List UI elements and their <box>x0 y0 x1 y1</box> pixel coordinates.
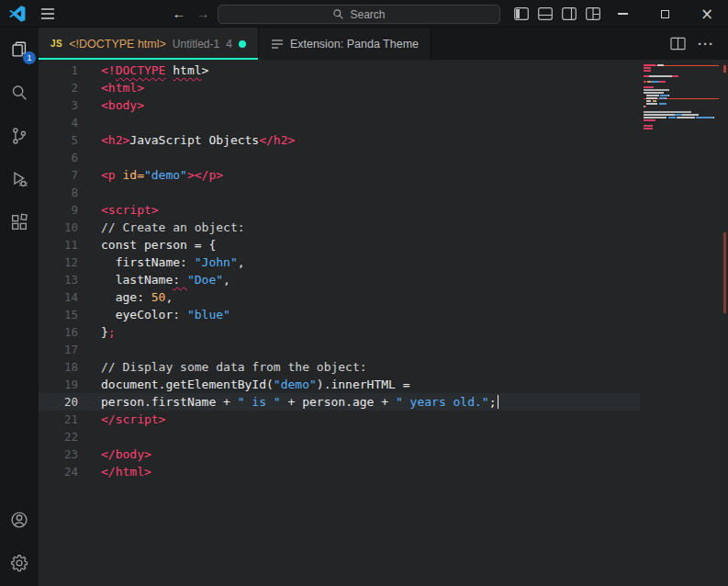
run-debug-icon[interactable] <box>0 157 39 200</box>
line-number[interactable]: 12 <box>39 254 92 271</box>
code-text[interactable]: <script> <box>92 201 159 219</box>
minimize-button[interactable] <box>601 0 644 28</box>
code-text[interactable]: </body> <box>92 445 151 463</box>
forward-button[interactable]: → <box>193 4 213 24</box>
code-text[interactable] <box>92 341 101 358</box>
line-number[interactable]: 1 <box>39 62 92 79</box>
code-line-4[interactable]: 4 <box>39 114 640 131</box>
code-line-21[interactable]: 21</script> <box>39 411 640 428</box>
code-line-12[interactable]: 12 firstName: "John", <box>39 254 640 271</box>
accounts-icon[interactable] <box>0 498 39 541</box>
maximize-button[interactable] <box>644 0 686 28</box>
code-line-18[interactable]: 18// Display some data from the object: <box>39 358 640 376</box>
code-line-14[interactable]: 14 age: 50, <box>39 288 640 306</box>
code-text[interactable]: <html> <box>92 79 144 96</box>
code-line-19[interactable]: 19document.getElementById("demo").innerH… <box>39 376 640 393</box>
line-number[interactable]: 11 <box>39 236 92 254</box>
code-text[interactable]: }; <box>92 323 116 341</box>
code-line-1[interactable]: 1<!DOCTYPE html> <box>39 62 640 79</box>
code-text[interactable]: const person = { <box>92 236 216 254</box>
tab-extension-panda-theme[interactable]: Extension: Panda Theme <box>259 28 431 60</box>
code-text[interactable]: eyeColor: "blue" <box>92 306 230 323</box>
toggle-sidebar-icon[interactable] <box>514 7 529 20</box>
code-line-22[interactable]: 22 <box>39 428 640 445</box>
line-number[interactable]: 10 <box>39 219 92 236</box>
minimap-line <box>644 81 719 83</box>
line-number[interactable]: 22 <box>39 428 92 445</box>
code-area[interactable]: 1<!DOCTYPE html>2<html>3<body>45<h2>Java… <box>39 62 640 480</box>
line-number[interactable]: 15 <box>39 306 92 323</box>
code-text[interactable]: <!DOCTYPE html> <box>92 62 208 79</box>
back-button[interactable]: ← <box>169 4 189 24</box>
code-text[interactable]: person.firstName + " is " + person.age +… <box>92 393 498 411</box>
close-button[interactable]: × <box>686 0 728 28</box>
line-number[interactable]: 9 <box>39 201 92 219</box>
code-line-2[interactable]: 2<html> <box>39 79 640 96</box>
code-text[interactable]: // Create an object: <box>92 219 245 236</box>
line-number[interactable]: 4 <box>39 114 92 131</box>
line-number[interactable]: 3 <box>39 96 92 114</box>
line-number[interactable]: 23 <box>39 445 92 463</box>
code-text[interactable]: // Display some data from the object: <box>92 358 367 376</box>
unsaved-changes-dot[interactable] <box>239 40 246 48</box>
code-line-7[interactable]: 7<p id="demo"></p> <box>39 166 640 184</box>
line-number[interactable]: 16 <box>39 323 92 341</box>
toggle-secondary-sidebar-icon[interactable] <box>562 7 577 20</box>
code-line-3[interactable]: 3<body> <box>39 96 640 114</box>
more-actions-icon[interactable]: ··· <box>698 37 714 51</box>
code-text[interactable] <box>92 184 101 201</box>
code-line-20[interactable]: 20person.firstName + " is " + person.age… <box>39 393 640 411</box>
code-line-6[interactable]: 6 <box>39 149 640 166</box>
line-number[interactable]: 14 <box>39 288 92 306</box>
code-text[interactable]: lastName: "Doe", <box>92 271 230 288</box>
code-token: </script> <box>101 412 165 426</box>
code-line-17[interactable]: 17 <box>39 341 640 358</box>
line-number[interactable]: 19 <box>39 376 92 393</box>
code-line-9[interactable]: 9<script> <box>39 201 640 219</box>
split-editor-icon[interactable] <box>670 37 686 51</box>
menu-icon[interactable] <box>40 7 55 20</box>
search-box[interactable]: Search <box>218 5 500 24</box>
line-number[interactable]: 7 <box>39 166 92 184</box>
settings-gear-icon[interactable] <box>0 541 39 584</box>
code-text[interactable]: <body> <box>92 96 144 114</box>
code-text[interactable]: </html> <box>92 463 151 480</box>
line-number[interactable]: 24 <box>39 463 92 480</box>
code-line-24[interactable]: 24</html> <box>39 463 640 480</box>
code-line-13[interactable]: 13 lastName: "Doe", <box>39 271 640 288</box>
line-number[interactable]: 17 <box>39 341 92 358</box>
code-line-5[interactable]: 5<h2>JavaScript Objects</h2> <box>39 131 640 149</box>
line-number[interactable]: 5 <box>39 131 92 149</box>
code-text[interactable] <box>92 149 101 166</box>
code-text[interactable]: firstName: "John", <box>92 254 245 271</box>
line-number[interactable]: 2 <box>39 79 92 96</box>
code-text[interactable] <box>92 114 101 131</box>
code-line-15[interactable]: 15 eyeColor: "blue" <box>39 306 640 323</box>
search-view-icon[interactable] <box>0 71 39 114</box>
code-text[interactable]: </script> <box>92 411 165 428</box>
line-number[interactable]: 13 <box>39 271 92 288</box>
line-number[interactable]: 21 <box>39 411 92 428</box>
code-line-8[interactable]: 8 <box>39 184 640 201</box>
line-number[interactable]: 18 <box>39 358 92 376</box>
code-text[interactable] <box>92 428 101 445</box>
code-text[interactable]: <p id="demo"></p> <box>92 166 223 184</box>
code-line-23[interactable]: 23</body> <box>39 445 640 463</box>
editor-pane[interactable]: 1<!DOCTYPE html>2<html>3<body>45<h2>Java… <box>39 60 728 586</box>
toggle-panel-icon[interactable] <box>538 7 553 20</box>
code-line-11[interactable]: 11const person = { <box>39 236 640 254</box>
code-line-16[interactable]: 16}; <box>39 323 640 341</box>
code-text[interactable]: age: 50, <box>92 288 173 306</box>
code-text[interactable]: document.getElementById("demo").innerHTM… <box>92 376 410 393</box>
customize-layout-icon[interactable] <box>586 7 600 20</box>
line-number[interactable]: 8 <box>39 184 92 201</box>
code-text[interactable]: <h2>JavaScript Objects</h2> <box>92 131 295 149</box>
line-number[interactable]: 20 <box>39 393 92 411</box>
explorer-icon[interactable]: 1 <box>0 28 39 71</box>
extensions-icon[interactable] <box>0 200 39 243</box>
code-line-10[interactable]: 10// Create an object: <box>39 219 640 236</box>
line-number[interactable]: 6 <box>39 149 92 166</box>
source-control-icon[interactable] <box>0 114 39 157</box>
tab-untitled-1[interactable]: JS <!DOCTYPE html> Untitled-1 4 <box>39 28 259 60</box>
minimap[interactable] <box>644 64 719 130</box>
